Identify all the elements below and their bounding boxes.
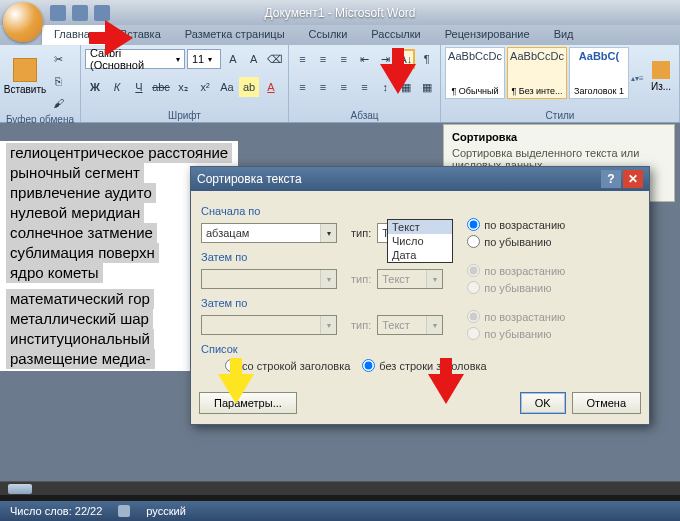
ok-button[interactable]: OK: [520, 392, 566, 414]
sort-then-label-3: Затем по: [201, 297, 639, 309]
group-clipboard: Вставить ✂ ⎘ 🖌 Буфер обмена: [0, 45, 81, 122]
borders-icon[interactable]: ▦: [417, 77, 436, 97]
numbering-icon[interactable]: ≡: [314, 49, 333, 69]
cut-icon[interactable]: ✂: [48, 49, 68, 69]
multilevel-icon[interactable]: ≡: [334, 49, 353, 69]
desc-radio-1[interactable]: по убыванию: [467, 235, 565, 248]
italic-button[interactable]: К: [107, 77, 127, 97]
sort-dialog: Сортировка текста ? ✕ Сначала по абзацам…: [190, 166, 650, 425]
type-label-3: тип:: [351, 319, 371, 331]
office-button[interactable]: [3, 2, 43, 42]
paragraph-group-label: Абзац: [293, 109, 436, 122]
style-item-heading1[interactable]: AaBbC( Заголовок 1: [569, 47, 629, 99]
undo-icon[interactable]: [72, 5, 88, 21]
change-styles-button[interactable]: Из...: [647, 47, 675, 105]
spellcheck-icon[interactable]: [118, 505, 130, 517]
group-styles: AaBbCcDc ¶ Обычный AaBbCcDc ¶ Без инте..…: [441, 45, 680, 122]
paste-icon: [13, 58, 37, 82]
styles-group-label: Стили: [445, 109, 675, 122]
grow-font-icon[interactable]: A: [223, 49, 242, 69]
redo-icon[interactable]: [94, 5, 110, 21]
format-painter-icon[interactable]: 🖌: [48, 93, 68, 113]
strike-button[interactable]: abc: [151, 77, 171, 97]
statusbar: Число слов: 22/22 русский: [0, 495, 680, 521]
group-font: Calibri (Основной▾ 11▾ A A ⌫ Ж К Ч abc x…: [81, 45, 289, 122]
align-right-icon[interactable]: ≡: [334, 77, 353, 97]
type-combo-2: Текст▾: [377, 269, 443, 289]
annotation-arrow-1: [105, 20, 133, 56]
ribbon: Вставить ✂ ⎘ 🖌 Буфер обмена Calibri (Осн…: [0, 45, 680, 123]
font-color-button[interactable]: A: [261, 77, 281, 97]
tab-review[interactable]: Рецензирование: [433, 25, 542, 45]
quick-access-toolbar: [50, 5, 110, 21]
indent-dec-icon[interactable]: ⇤: [355, 49, 374, 69]
without-header-radio[interactable]: без строки заголовка: [362, 359, 486, 372]
subscript-button[interactable]: x₂: [173, 77, 193, 97]
type-label-2: тип:: [351, 273, 371, 285]
annotation-arrow-4: [218, 374, 254, 404]
asc-radio-1[interactable]: по возрастанию: [467, 218, 565, 231]
type-option-number[interactable]: Число: [388, 234, 452, 248]
align-center-icon[interactable]: ≡: [314, 77, 333, 97]
copy-icon[interactable]: ⎘: [48, 71, 68, 91]
align-left-icon[interactable]: ≡: [293, 77, 312, 97]
show-marks-icon[interactable]: ¶: [417, 49, 436, 69]
styles-gallery-more[interactable]: ▴▾≡: [631, 47, 645, 109]
dialog-titlebar[interactable]: Сортировка текста ? ✕: [191, 167, 649, 191]
font-group-label: Шрифт: [85, 109, 284, 122]
with-header-radio[interactable]: со строкой заголовка: [225, 359, 350, 372]
sort-by-combo-3: ▾: [201, 315, 337, 335]
shrink-font-icon[interactable]: A: [244, 49, 263, 69]
scrollbar-thumb[interactable]: [8, 484, 32, 494]
type-option-date[interactable]: Дата: [388, 248, 452, 262]
tab-pagelayout[interactable]: Разметка страницы: [173, 25, 297, 45]
font-name-combo[interactable]: Calibri (Основной▾: [85, 49, 185, 69]
type-dropdown-list[interactable]: Текст Число Дата: [387, 219, 453, 263]
sort-first-label: Сначала по: [201, 205, 639, 217]
change-case-button[interactable]: Aa: [217, 77, 237, 97]
status-words[interactable]: Число слов: 22/22: [10, 505, 102, 517]
annotation-arrow-3: [428, 374, 464, 404]
desc-radio-2: по убыванию: [467, 281, 565, 294]
paste-button[interactable]: Вставить: [4, 47, 46, 105]
window-title: Документ1 - Microsoft Word: [264, 6, 415, 20]
titlebar: Документ1 - Microsoft Word: [0, 0, 680, 25]
asc-radio-2: по возрастанию: [467, 264, 565, 277]
bold-button[interactable]: Ж: [85, 77, 105, 97]
dialog-title: Сортировка текста: [197, 172, 302, 186]
type-combo-3: Текст▾: [377, 315, 443, 335]
tab-mailings[interactable]: Рассылки: [359, 25, 432, 45]
dialog-close-button[interactable]: ✕: [623, 170, 643, 188]
status-lang[interactable]: русский: [146, 505, 185, 517]
underline-button[interactable]: Ч: [129, 77, 149, 97]
superscript-button[interactable]: x²: [195, 77, 215, 97]
paste-label: Вставить: [4, 84, 46, 95]
sort-by-combo-1[interactable]: абзацам▾: [201, 223, 337, 243]
horizontal-scrollbar[interactable]: [0, 481, 680, 495]
sort-by-combo-2[interactable]: ▾: [201, 269, 337, 289]
annotation-arrow-2: [380, 64, 416, 94]
asc-radio-3: по возрастанию: [467, 310, 565, 323]
list-section-label: Список: [201, 343, 639, 355]
align-justify-icon[interactable]: ≡: [355, 77, 374, 97]
font-size-combo[interactable]: 11▾: [187, 49, 221, 69]
type-option-text[interactable]: Текст: [388, 220, 452, 234]
bullets-icon[interactable]: ≡: [293, 49, 312, 69]
tooltip-title: Сортировка: [452, 131, 666, 143]
tab-references[interactable]: Ссылки: [297, 25, 360, 45]
dialog-help-button[interactable]: ?: [601, 170, 621, 188]
style-item-normal[interactable]: AaBbCcDc ¶ Обычный: [445, 47, 505, 99]
style-item-nospacing[interactable]: AaBbCcDc ¶ Без инте...: [507, 47, 567, 99]
highlight-button[interactable]: ab: [239, 77, 259, 97]
tab-view[interactable]: Вид: [542, 25, 586, 45]
save-icon[interactable]: [50, 5, 66, 21]
desc-radio-3: по убыванию: [467, 327, 565, 340]
group-paragraph: ≡ ≡ ≡ ⇤ ⇥ A↓ ¶ ≡ ≡ ≡ ≡ ↕ ▦ ▦ Абзац: [289, 45, 441, 122]
clear-format-icon[interactable]: ⌫: [265, 49, 284, 69]
change-styles-icon: [652, 61, 670, 79]
cancel-button[interactable]: Отмена: [572, 392, 641, 414]
type-label-1: тип:: [351, 227, 371, 239]
